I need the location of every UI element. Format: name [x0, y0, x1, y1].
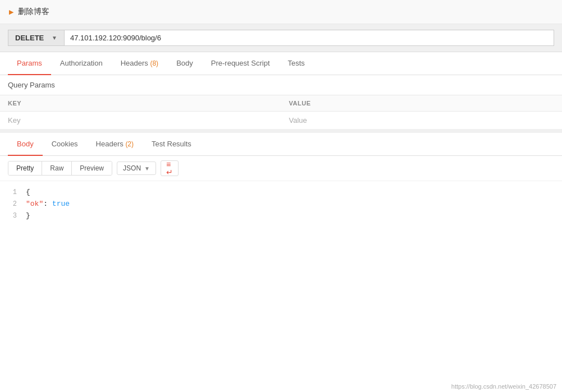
code-colon: :	[43, 200, 52, 208]
response-tab-body[interactable]: Body	[8, 133, 43, 156]
method-dropdown-arrow-icon: ▼	[52, 35, 57, 41]
tab-body[interactable]: Body	[167, 52, 202, 75]
value-cell[interactable]: Value	[281, 112, 563, 130]
format-type-label: JSON	[123, 164, 141, 172]
table-row: Key Value	[0, 112, 562, 130]
wrap-button[interactable]: ≡↵	[161, 160, 179, 176]
col-key-header: KEY	[0, 95, 281, 112]
code-line-2: 2 "ok": true	[8, 199, 554, 210]
response-tab-test-results[interactable]: Test Results	[143, 133, 200, 156]
code-text-2: "ok": true	[26, 199, 70, 210]
response-tab-headers[interactable]: Headers (2)	[87, 133, 143, 156]
tab-prerequest[interactable]: Pre-request Script	[202, 52, 279, 75]
query-params-label: Query Params	[0, 75, 562, 95]
format-type-select[interactable]: JSON ▼	[117, 162, 156, 175]
response-tab-cookies[interactable]: Cookies	[43, 133, 87, 156]
tab-tests[interactable]: Tests	[279, 52, 314, 75]
tab-authorization[interactable]: Authorization	[51, 52, 112, 75]
line-num-1: 1	[8, 187, 17, 198]
params-table: KEY VALUE Key Value	[0, 95, 562, 130]
headers-badge: (8)	[150, 59, 158, 67]
key-cell[interactable]: Key	[0, 112, 281, 130]
col-value-header: VALUE	[281, 95, 563, 112]
code-line-1: 1 {	[8, 187, 554, 199]
code-text-1: {	[26, 187, 30, 199]
format-group: Pretty Raw Preview	[8, 161, 112, 176]
wrap-icon: ≡↵	[166, 160, 173, 176]
code-area: 1 { 2 "ok": true 3 }	[0, 181, 562, 227]
code-key-ok: "ok"	[26, 200, 43, 208]
preview-button[interactable]: Preview	[72, 162, 112, 175]
page-container: ▶ 删除博客 DELETE ▼ Params Authorization Hea…	[0, 0, 562, 392]
format-bar: Pretty Raw Preview JSON ▼ ≡↵	[0, 156, 562, 181]
code-text-3: }	[26, 210, 30, 222]
code-line-3: 3 }	[8, 210, 554, 222]
response-tabs-bar: Body Cookies Headers (2) Test Results	[0, 133, 562, 156]
breadcrumb-title: 删除博客	[18, 7, 49, 17]
response-headers-badge: (2)	[125, 140, 134, 148]
breadcrumb-bar: ▶ 删除博客	[0, 0, 562, 24]
method-selector[interactable]: DELETE ▼	[8, 30, 64, 46]
method-label: DELETE	[15, 34, 44, 42]
format-type-arrow-icon: ▼	[144, 165, 150, 172]
line-num-2: 2	[8, 199, 17, 210]
url-input[interactable]	[64, 30, 554, 46]
url-bar: DELETE ▼	[0, 24, 562, 52]
pretty-button[interactable]: Pretty	[8, 162, 42, 175]
line-num-3: 3	[8, 211, 17, 222]
breadcrumb-arrow-icon: ▶	[9, 8, 13, 16]
code-value-true: true	[52, 200, 70, 208]
footer: https://blog.csdn.net/weixin_42678507	[446, 381, 562, 392]
footer-url: https://blog.csdn.net/weixin_42678507	[451, 383, 556, 390]
raw-button[interactable]: Raw	[42, 162, 72, 175]
request-tabs-bar: Params Authorization Headers (8) Body Pr…	[0, 52, 562, 75]
tab-params[interactable]: Params	[8, 52, 51, 75]
tab-headers[interactable]: Headers (8)	[112, 52, 167, 75]
